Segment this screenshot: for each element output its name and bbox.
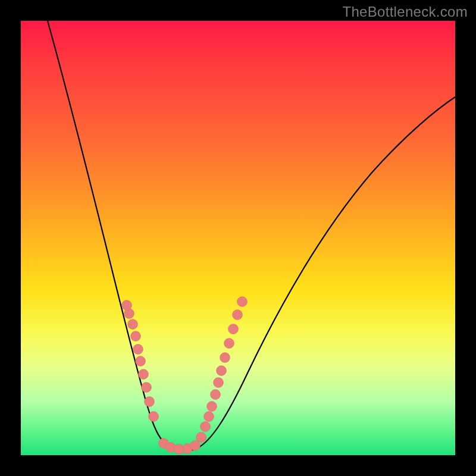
data-marker xyxy=(149,412,159,422)
data-marker xyxy=(145,397,155,407)
data-marker xyxy=(136,356,146,367)
data-marker xyxy=(142,383,152,393)
data-marker xyxy=(217,366,227,376)
plot-area xyxy=(21,21,455,455)
marker-group-bottom xyxy=(159,439,201,455)
marker-group-left xyxy=(122,300,159,422)
data-marker xyxy=(204,412,214,422)
data-marker xyxy=(233,310,243,320)
data-marker xyxy=(220,353,230,363)
data-marker xyxy=(214,378,224,388)
data-marker xyxy=(211,390,221,400)
curve-svg xyxy=(21,21,455,455)
data-marker xyxy=(124,309,134,319)
watermark-text: TheBottleneck.com xyxy=(342,4,468,20)
data-marker xyxy=(224,339,234,349)
data-marker xyxy=(207,402,217,412)
data-marker xyxy=(133,345,143,355)
data-marker xyxy=(237,297,248,307)
data-marker xyxy=(139,369,149,380)
data-marker xyxy=(190,441,201,451)
data-marker xyxy=(128,320,138,330)
chart-container: TheBottleneck.com xyxy=(0,0,476,476)
data-marker xyxy=(131,331,141,342)
data-marker xyxy=(196,433,206,443)
data-marker xyxy=(228,324,239,334)
bottleneck-curve xyxy=(48,21,455,451)
data-marker xyxy=(201,422,211,432)
